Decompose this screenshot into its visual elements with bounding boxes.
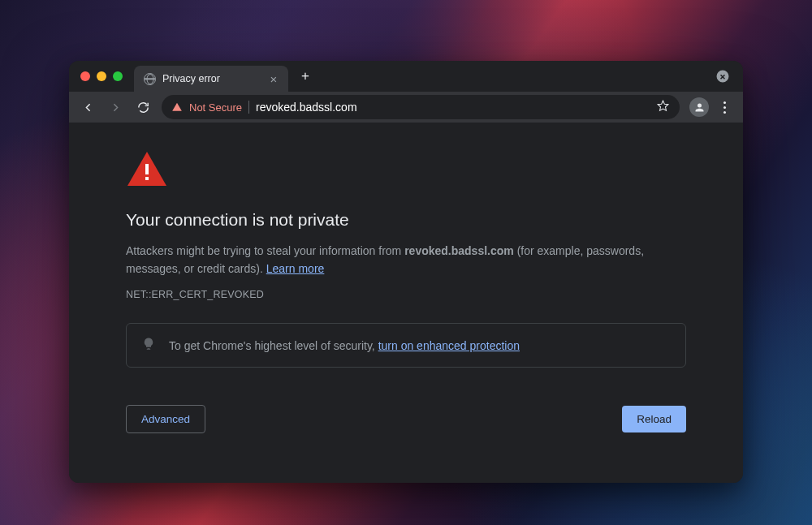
close-tab-button[interactable]: × (267, 72, 280, 85)
learn-more-link[interactable]: Learn more (266, 262, 325, 275)
address-bar[interactable]: Not Secure revoked.badssl.com (162, 95, 680, 119)
url-text: revoked.badssl.com (256, 101, 650, 114)
action-buttons: Advanced Reload (126, 405, 686, 433)
tip-prefix: To get Chrome's highest level of securit… (169, 339, 378, 352)
omnibox-divider (248, 101, 249, 114)
desc-prefix: Attackers might be trying to steal your … (126, 244, 404, 257)
warning-triangle-icon (126, 150, 686, 192)
browser-tab[interactable]: Privacy error × (134, 66, 288, 92)
svg-rect-1 (145, 177, 149, 180)
tip-text: To get Chrome's highest level of securit… (169, 339, 520, 352)
page-heading: Your connection is not private (126, 210, 686, 230)
advanced-button[interactable]: Advanced (126, 405, 205, 433)
tab-strip: Privacy error × + (69, 61, 743, 92)
browser-menu-button[interactable] (712, 95, 736, 119)
globe-icon (144, 73, 156, 85)
tab-title: Privacy error (162, 73, 261, 84)
sync-disabled-icon[interactable] (715, 69, 730, 84)
profile-avatar-button[interactable] (689, 97, 709, 117)
security-tip-box: To get Chrome's highest level of securit… (126, 323, 686, 368)
error-code: NET::ERR_CERT_REVOKED (126, 289, 686, 300)
security-status-label: Not Secure (189, 101, 242, 114)
bookmark-star-icon[interactable] (656, 99, 670, 116)
browser-window: Privacy error × + Not Secure revoked.bad… (69, 61, 743, 483)
reload-button[interactable] (131, 95, 155, 119)
window-controls (80, 71, 123, 81)
security-warning-icon (171, 101, 183, 113)
warning-description: Attackers might be trying to steal your … (126, 243, 686, 278)
window-close-button[interactable] (80, 71, 90, 81)
page-content: Your connection is not private Attackers… (69, 123, 743, 483)
toolbar: Not Secure revoked.badssl.com (69, 92, 743, 123)
desc-domain: revoked.badssl.com (404, 244, 514, 257)
window-maximize-button[interactable] (113, 71, 123, 81)
window-minimize-button[interactable] (97, 71, 106, 81)
back-button[interactable] (76, 95, 100, 119)
reload-page-button[interactable]: Reload (622, 406, 686, 432)
enhanced-protection-link[interactable]: turn on enhanced protection (378, 339, 520, 352)
forward-button[interactable] (103, 95, 127, 119)
new-tab-button[interactable]: + (295, 66, 316, 87)
lightbulb-icon (141, 337, 156, 354)
svg-rect-0 (145, 164, 149, 174)
